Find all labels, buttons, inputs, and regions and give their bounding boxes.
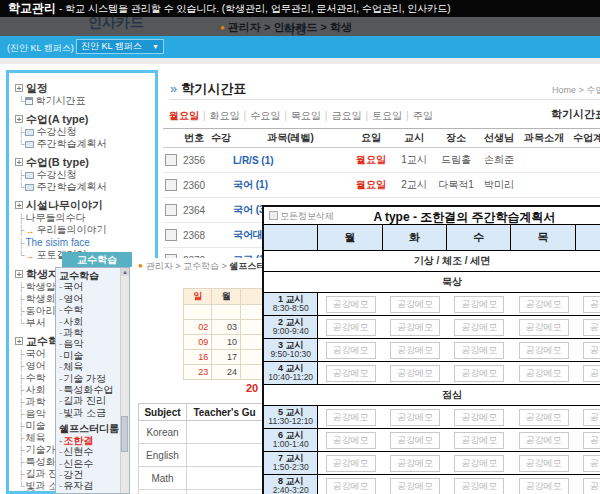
subject-menu-item[interactable]: -체육	[59, 361, 119, 372]
free-period-memo-button[interactable]: 공강메모	[454, 296, 504, 313]
row-checkbox[interactable]	[165, 204, 177, 216]
day-tab[interactable]: 금요일	[331, 110, 361, 121]
campus-select[interactable]: 진안 KL 캠퍼스▼	[76, 39, 164, 54]
free-period-memo-button[interactable]: 공강메모	[326, 296, 376, 313]
free-period-memo-button[interactable]: 공강메모	[519, 319, 569, 336]
free-period-memo-button[interactable]: 공강메모	[519, 432, 569, 449]
subject-menu-item[interactable]: -음악	[59, 338, 119, 349]
row-checkbox[interactable]	[165, 154, 177, 166]
calendar-date-cell[interactable]	[212, 305, 241, 320]
free-period-memo-button[interactable]: 공강메모	[454, 342, 504, 359]
free-period-memo-button[interactable]: 공강메모	[390, 319, 440, 336]
subject-menu-item[interactable]: 교수학습	[59, 270, 119, 281]
free-period-memo-button[interactable]: 공강메모	[390, 432, 440, 449]
day-tab[interactable]: 월요일	[169, 110, 199, 121]
subject-menu-item[interactable]: -신은수	[59, 458, 119, 469]
subject-window-titlebar[interactable]: 교수학습	[62, 252, 132, 267]
free-period-memo-button[interactable]: 공강메모	[390, 478, 440, 494]
free-period-memo-button[interactable]: 공강메모	[326, 478, 376, 494]
expand-plus-icon[interactable]: +	[15, 158, 23, 166]
subject-menu-item[interactable]: -수학	[59, 304, 119, 315]
subject-menu-item[interactable]: -길과 진리	[59, 395, 119, 406]
free-period-memo-button[interactable]: 공강메모	[326, 409, 376, 426]
sidebar-section-header[interactable]: +일정	[15, 82, 151, 95]
calendar-date-cell[interactable]: 10	[212, 335, 241, 350]
free-period-memo-button[interactable]: 공강메모	[390, 409, 440, 426]
free-period-memo-button[interactable]: 공강메모	[454, 478, 504, 494]
free-period-memo-button[interactable]: 공강메모	[454, 409, 504, 426]
free-period-memo-button[interactable]: 공강메모	[390, 342, 440, 359]
expand-plus-icon[interactable]: +	[15, 337, 23, 345]
calendar-date-cell[interactable]: 17	[212, 350, 241, 365]
subject-menu-item[interactable]: -빛과 소금	[59, 407, 119, 418]
sidebar-item[interactable]: ├→우리들의이야기	[15, 224, 151, 237]
free-period-memo-button[interactable]: 공강메모	[519, 296, 569, 313]
row-checkbox[interactable]	[165, 229, 177, 241]
free-period-memo-button[interactable]: 공강메모	[326, 432, 376, 449]
sidebar-item[interactable]: ├수강신청	[15, 126, 151, 138]
free-period-memo-button[interactable]: 공강메모	[326, 342, 376, 359]
scroll-up-icon[interactable]: ▲	[121, 268, 129, 276]
subject-menu-item[interactable]: 쉘프스터디룸	[59, 423, 119, 434]
sidebar-section-header[interactable]: +수업(A type)	[15, 113, 151, 126]
sidebar-item[interactable]: ├수강신청	[15, 169, 151, 181]
calendar-date-cell[interactable]	[241, 320, 263, 335]
subject-menu-item[interactable]: -국어	[59, 281, 119, 292]
expand-plus-icon[interactable]: +	[15, 115, 23, 123]
expand-plus-icon[interactable]: +	[15, 270, 23, 278]
free-period-memo-button[interactable]: 공강메모	[454, 432, 504, 449]
free-period-memo-button[interactable]: 공강메모	[454, 455, 504, 472]
scrollbar[interactable]: ▲	[120, 268, 129, 493]
calendar-date-cell[interactable]: 03	[212, 320, 241, 335]
day-tab[interactable]: 화요일	[210, 110, 240, 121]
subject-menu-item[interactable]: -조한결	[59, 435, 119, 446]
free-period-memo-button[interactable]: 공강메모	[519, 365, 569, 382]
sidebar-item[interactable]: ├나무들의수다	[15, 212, 151, 224]
day-tab[interactable]: 토요일	[372, 110, 402, 121]
free-period-memo-button[interactable]: 공강메모	[583, 342, 600, 359]
free-period-memo-button[interactable]: 공강메모	[390, 365, 440, 382]
calendar-date-cell[interactable]: 16	[184, 350, 212, 365]
free-period-memo-button[interactable]: 공강메모	[583, 296, 600, 313]
free-period-memo-button[interactable]: 공강메모	[326, 365, 376, 382]
cell-subject[interactable]: L/R/S (1)	[233, 155, 348, 166]
calendar-date-cell[interactable]	[241, 350, 263, 365]
calendar-date-cell[interactable]: 24	[212, 365, 241, 380]
calendar-date-cell[interactable]	[184, 305, 212, 320]
free-period-memo-button[interactable]: 공강메모	[519, 478, 569, 494]
day-tab[interactable]: 목요일	[291, 110, 321, 121]
calendar-date-cell[interactable]: 23	[184, 365, 212, 380]
day-tab[interactable]: 주일	[413, 110, 433, 121]
scrollbar-thumb[interactable]	[121, 416, 128, 452]
free-period-memo-button[interactable]: 공강메모	[583, 409, 600, 426]
expand-plus-icon[interactable]: +	[15, 84, 23, 92]
free-period-memo-button[interactable]: 공강메모	[519, 455, 569, 472]
day-tab[interactable]: 수요일	[250, 110, 280, 121]
free-period-memo-button[interactable]: 공강메모	[583, 365, 600, 382]
subject-menu-item[interactable]: -영어	[59, 293, 119, 304]
expand-plus-icon[interactable]: +	[15, 201, 23, 209]
subject-menu-item[interactable]: -과학	[59, 327, 119, 338]
subject-menu-item[interactable]: -신현수	[59, 446, 119, 457]
subject-menu-item[interactable]: -사회	[59, 316, 119, 327]
free-period-memo-button[interactable]: 공강메모	[583, 455, 600, 472]
calendar-date-cell[interactable]	[241, 365, 263, 380]
free-period-memo-button[interactable]: 공강메모	[454, 319, 504, 336]
calendar-date-cell[interactable]	[241, 305, 263, 320]
calendar-date-cell[interactable]: 09	[184, 335, 212, 350]
free-period-memo-button[interactable]: 공강메모	[390, 296, 440, 313]
subject-menu-item[interactable]: -특성화수업	[59, 384, 119, 395]
sidebar-item[interactable]: └주간학습계획서	[15, 181, 151, 193]
free-period-memo-button[interactable]: 공강메모	[519, 409, 569, 426]
calendar-date-cell[interactable]	[241, 335, 263, 350]
free-period-memo-button[interactable]: 공강메모	[519, 342, 569, 359]
sidebar-section-header[interactable]: +수업(B type)	[15, 156, 151, 169]
free-period-memo-button[interactable]: 공강메모	[583, 432, 600, 449]
sidebar-section-header[interactable]: +시설나무이야기	[15, 199, 151, 212]
cell-subject[interactable]: 국어 (1)	[233, 178, 348, 192]
calendar-date-cell[interactable]: 02	[184, 320, 212, 335]
free-period-memo-button[interactable]: 공강메모	[326, 455, 376, 472]
sidebar-item[interactable]: ├The sisim face	[15, 237, 151, 249]
subject-menu-item[interactable]: -기술 가정	[59, 373, 119, 384]
free-period-memo-button[interactable]: 공강메모	[583, 319, 600, 336]
